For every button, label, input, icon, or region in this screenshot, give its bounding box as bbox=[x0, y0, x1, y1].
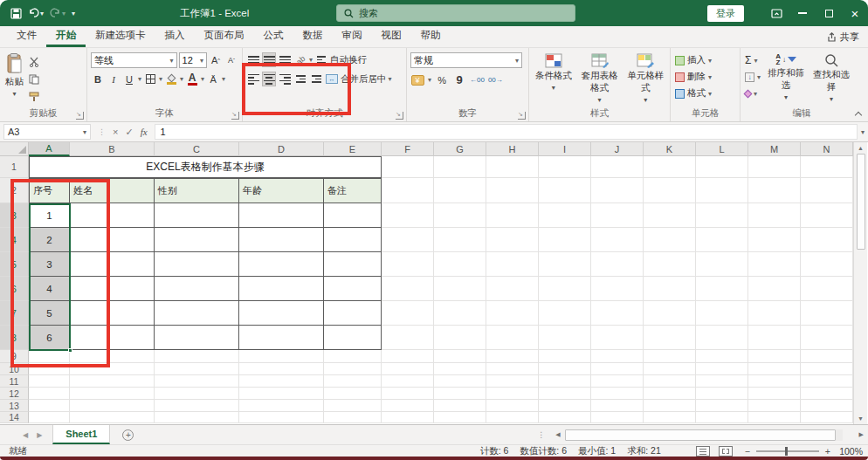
cell-M10[interactable] bbox=[748, 363, 801, 375]
cell-M9[interactable] bbox=[748, 350, 801, 363]
cell-I13[interactable] bbox=[539, 400, 591, 412]
cell-C14[interactable] bbox=[155, 412, 239, 423]
login-button[interactable]: 登录 bbox=[707, 5, 744, 22]
cancel-entry-button[interactable]: × bbox=[113, 127, 118, 137]
cell-D12[interactable] bbox=[239, 388, 324, 400]
cell-H3[interactable] bbox=[486, 203, 539, 228]
cell-K14[interactable] bbox=[644, 412, 696, 423]
cell-title-A1[interactable]: EXCEL表格制作基本步骤 bbox=[29, 156, 382, 178]
cell-F14[interactable] bbox=[382, 412, 434, 423]
sheet-tab-sheet1[interactable]: Sheet1 bbox=[52, 425, 110, 444]
merge-center-dropdown[interactable]: ▾ bbox=[389, 75, 392, 83]
row-header-5[interactable]: 5 bbox=[0, 252, 29, 277]
column-header-C[interactable]: C bbox=[155, 142, 239, 156]
cell-D6[interactable] bbox=[239, 277, 324, 301]
column-header-A[interactable]: A bbox=[29, 142, 70, 156]
tab-page-layout[interactable]: 页面布局 bbox=[195, 25, 254, 47]
middle-align-button[interactable] bbox=[262, 52, 276, 67]
cell-A12[interactable] bbox=[29, 388, 70, 400]
sort-filter-button[interactable]: AZ↓ 排序和筛选 ▾ bbox=[763, 51, 809, 107]
number-format-select[interactable]: 常规▾ bbox=[410, 52, 522, 68]
cell-F10[interactable] bbox=[382, 363, 434, 375]
collapse-ribbon-button[interactable] bbox=[854, 111, 863, 118]
cell-D8[interactable] bbox=[239, 326, 324, 350]
cell-E3[interactable] bbox=[324, 203, 382, 228]
cell-N10[interactable] bbox=[801, 363, 853, 375]
cell-L7[interactable] bbox=[696, 301, 748, 326]
cell-C7[interactable] bbox=[155, 301, 239, 326]
format-as-table-button[interactable]: 套用表格格式 ▾ bbox=[576, 51, 623, 107]
conditional-formatting-button[interactable]: 条件格式 ▾ bbox=[531, 51, 576, 107]
cell-B7[interactable] bbox=[70, 301, 155, 326]
row-header-4[interactable]: 4 bbox=[0, 228, 29, 252]
row-header-10[interactable]: 10 bbox=[0, 363, 29, 375]
ribbon-display-options-button[interactable] bbox=[763, 0, 789, 26]
increase-font-button[interactable]: A^ bbox=[209, 53, 223, 68]
cell-I7[interactable] bbox=[539, 301, 591, 326]
cell-I3[interactable] bbox=[539, 203, 591, 228]
cell-N2[interactable] bbox=[801, 178, 853, 203]
vertical-scroll-thumb[interactable] bbox=[857, 154, 865, 250]
cell-G14[interactable] bbox=[434, 412, 486, 423]
cell-G13[interactable] bbox=[434, 400, 486, 412]
cell-A13[interactable] bbox=[29, 400, 70, 412]
cell-D2[interactable]: 年龄 bbox=[239, 178, 324, 203]
cell-F8[interactable] bbox=[382, 326, 434, 350]
column-header-D[interactable]: D bbox=[239, 142, 324, 156]
cell-C5[interactable] bbox=[155, 252, 239, 277]
row-header-1[interactable]: 1 bbox=[0, 156, 29, 178]
insert-cells-dropdown[interactable]: ▾ bbox=[708, 57, 712, 65]
cell-I12[interactable] bbox=[539, 388, 591, 400]
row-header-7[interactable]: 7 bbox=[0, 301, 29, 326]
cell-N12[interactable] bbox=[801, 388, 853, 400]
accounting-format-button[interactable]: ¥ bbox=[410, 72, 424, 87]
scroll-up-icon[interactable]: ▲ bbox=[858, 142, 864, 154]
cell-K3[interactable] bbox=[644, 203, 696, 228]
cell-L14[interactable] bbox=[696, 412, 748, 423]
cell-N4[interactable] bbox=[801, 228, 853, 252]
cell-E12[interactable] bbox=[324, 388, 382, 400]
column-header-M[interactable]: M bbox=[748, 142, 801, 156]
cell-K9[interactable] bbox=[644, 350, 696, 363]
cell-I14[interactable] bbox=[539, 412, 591, 423]
cell-J5[interactable] bbox=[591, 252, 644, 277]
share-button[interactable]: 共享 bbox=[827, 31, 859, 44]
cell-H8[interactable] bbox=[486, 326, 539, 350]
cell-H5[interactable] bbox=[486, 252, 539, 277]
align-center-button[interactable] bbox=[262, 72, 276, 86]
cell-K10[interactable] bbox=[644, 363, 696, 375]
cell-F7[interactable] bbox=[382, 301, 434, 326]
cell-B4[interactable] bbox=[70, 228, 155, 252]
format-cells-button[interactable]: 格式 ▾ bbox=[672, 86, 738, 101]
tab-home[interactable]: 开始 bbox=[46, 25, 86, 47]
cell-N5[interactable] bbox=[801, 252, 853, 277]
cell-E4[interactable] bbox=[324, 228, 382, 252]
cell-K13[interactable] bbox=[644, 400, 696, 412]
underline-button[interactable]: U bbox=[122, 72, 136, 86]
wrap-text-label[interactable]: 自动换行 bbox=[330, 54, 367, 66]
cell-B5[interactable] bbox=[70, 252, 155, 277]
zoom-slider-thumb[interactable] bbox=[785, 447, 788, 456]
column-header-J[interactable]: J bbox=[591, 142, 644, 156]
cell-A5[interactable]: 3 bbox=[29, 252, 70, 277]
scroll-down-icon[interactable]: ▼ bbox=[858, 413, 864, 424]
row-header-8[interactable]: 8 bbox=[0, 326, 29, 350]
align-left-button[interactable] bbox=[246, 72, 260, 86]
cell-E7[interactable] bbox=[324, 301, 382, 326]
cell-B12[interactable] bbox=[70, 388, 155, 400]
cell-I2[interactable] bbox=[539, 178, 591, 203]
sheet-nav-left-icon[interactable]: ◀ bbox=[23, 431, 28, 439]
cell-H12[interactable] bbox=[486, 388, 539, 400]
cell-M14[interactable] bbox=[748, 412, 801, 423]
cell-A14[interactable] bbox=[29, 412, 70, 423]
cell-H2[interactable] bbox=[486, 178, 539, 203]
cell-F12[interactable] bbox=[382, 388, 434, 400]
undo-dropdown[interactable]: ▾ bbox=[40, 10, 44, 17]
cell-L11[interactable] bbox=[696, 375, 748, 388]
cell-F3[interactable] bbox=[382, 203, 434, 228]
cell-B6[interactable] bbox=[70, 277, 155, 301]
cell-L9[interactable] bbox=[696, 350, 748, 363]
cell-L2[interactable] bbox=[696, 178, 748, 203]
page-break-view-button[interactable] bbox=[719, 446, 733, 457]
bottom-align-button[interactable] bbox=[278, 52, 292, 67]
